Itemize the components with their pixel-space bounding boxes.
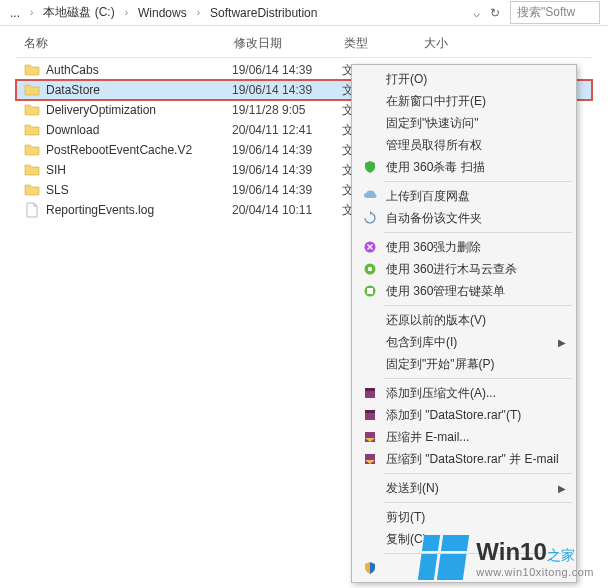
folder-icon [24,62,40,78]
folder-icon [24,102,40,118]
chevron-right-icon: ▶ [558,483,570,494]
archive-icon [360,407,380,423]
menu-360-trojan-scan[interactable]: 使用 360进行木马云查杀 [354,258,574,280]
breadcrumb[interactable]: 本地磁盘 (C:) [41,4,116,21]
file-date: 19/06/14 14:39 [232,63,342,77]
menu-360-scan[interactable]: 使用 360杀毒 扫描 [354,156,574,178]
watermark-title: Win10 [476,538,546,565]
delete-icon [360,239,380,255]
menu-open-new-window[interactable]: 在新窗口中打开(E) [354,90,574,112]
menu-upload-baidu[interactable]: 上传到百度网盘 [354,185,574,207]
file-name: SLS [46,183,232,197]
file-date: 19/06/14 14:39 [232,143,342,157]
svg-rect-8 [365,410,375,413]
menu-include-library[interactable]: 包含到库中(I)▶ [354,331,574,353]
breadcrumb[interactable]: SoftwareDistribution [208,6,319,20]
menu-360-rightclick-manager[interactable]: 使用 360管理右键菜单 [354,280,574,302]
cloud-upload-icon [360,188,380,204]
file-icon [24,202,40,218]
windows-logo-icon [418,535,469,580]
archive-mail-icon [360,429,380,445]
scan-icon [360,261,380,277]
menu-separator [384,305,572,306]
uac-shield-icon [360,560,380,576]
watermark: Win10之家 www.win10xitong.com [421,535,594,580]
menu-separator [384,232,572,233]
menu-360-force-delete[interactable]: 使用 360强力删除 [354,236,574,258]
menu-compress-rar-email[interactable]: 压缩到 "DataStore.rar" 并 E-mail [354,448,574,470]
col-size[interactable]: 大小 [424,35,484,52]
file-name: PostRebootEventCache.V2 [46,143,232,157]
menu-manage-icon [360,283,380,299]
menu-add-rar[interactable]: 添加到 "DataStore.rar"(T) [354,404,574,426]
menu-cut[interactable]: 剪切(T) [354,506,574,528]
file-name: AuthCabs [46,63,232,77]
svg-rect-6 [365,388,375,391]
folder-icon [24,182,40,198]
file-date: 19/06/14 14:39 [232,83,342,97]
file-name: DeliveryOptimization [46,103,232,117]
column-headers: 名称 修改日期 类型 大小 [16,30,592,58]
watermark-subtitle: 之家 [547,547,575,563]
menu-separator [384,181,572,182]
menu-compress-email[interactable]: 压缩并 E-mail... [354,426,574,448]
menu-pin-quick-access[interactable]: 固定到"快速访问" [354,112,574,134]
folder-icon [24,142,40,158]
folder-icon [24,122,40,138]
chevron-right-icon[interactable]: › [193,7,204,18]
search-input[interactable]: 搜索"Softw [510,1,600,24]
menu-restore-versions[interactable]: 还原以前的版本(V) [354,309,574,331]
chevron-right-icon: ▶ [558,337,570,348]
col-name[interactable]: 名称 [24,35,234,52]
breadcrumb[interactable]: Windows [136,6,189,20]
file-date: 19/06/14 14:39 [232,163,342,177]
folder-icon [24,162,40,178]
menu-add-archive[interactable]: 添加到压缩文件(A)... [354,382,574,404]
file-date: 19/11/28 9:05 [232,103,342,117]
menu-separator [384,473,572,474]
chevron-right-icon[interactable]: › [26,7,37,18]
file-name: Download [46,123,232,137]
menu-auto-backup[interactable]: 自动备份该文件夹 [354,207,574,229]
breadcrumb[interactable]: ... [8,6,22,20]
watermark-url: www.win10xitong.com [476,566,594,578]
menu-separator [384,378,572,379]
shield-icon [360,159,380,175]
folder-icon [24,82,40,98]
file-name: SIH [46,163,232,177]
menu-separator [384,502,572,503]
menu-take-ownership[interactable]: 管理员取得所有权 [354,134,574,156]
archive-mail-icon [360,451,380,467]
archive-icon [360,385,380,401]
refresh-icon[interactable]: ↻ [490,6,500,20]
refresh-icon [360,210,380,226]
svg-rect-4 [367,288,373,294]
context-menu: 打开(O) 在新窗口中打开(E) 固定到"快速访问" 管理员取得所有权 使用 3… [351,64,577,583]
menu-send-to[interactable]: 发送到(N)▶ [354,477,574,499]
file-date: 20/04/14 10:11 [232,203,342,217]
file-date: 19/06/14 14:39 [232,183,342,197]
menu-open[interactable]: 打开(O) [354,68,574,90]
file-name: ReportingEvents.log [46,203,232,217]
file-name: DataStore [46,83,232,97]
file-date: 20/04/11 12:41 [232,123,342,137]
dropdown-icon[interactable]: ⌵ [473,6,480,20]
svg-point-2 [368,267,372,271]
col-date[interactable]: 修改日期 [234,35,344,52]
chevron-right-icon[interactable]: › [121,7,132,18]
address-bar[interactable]: ... › 本地磁盘 (C:) › Windows › SoftwareDist… [0,0,608,26]
menu-pin-start[interactable]: 固定到"开始"屏幕(P) [354,353,574,375]
col-type[interactable]: 类型 [344,35,424,52]
